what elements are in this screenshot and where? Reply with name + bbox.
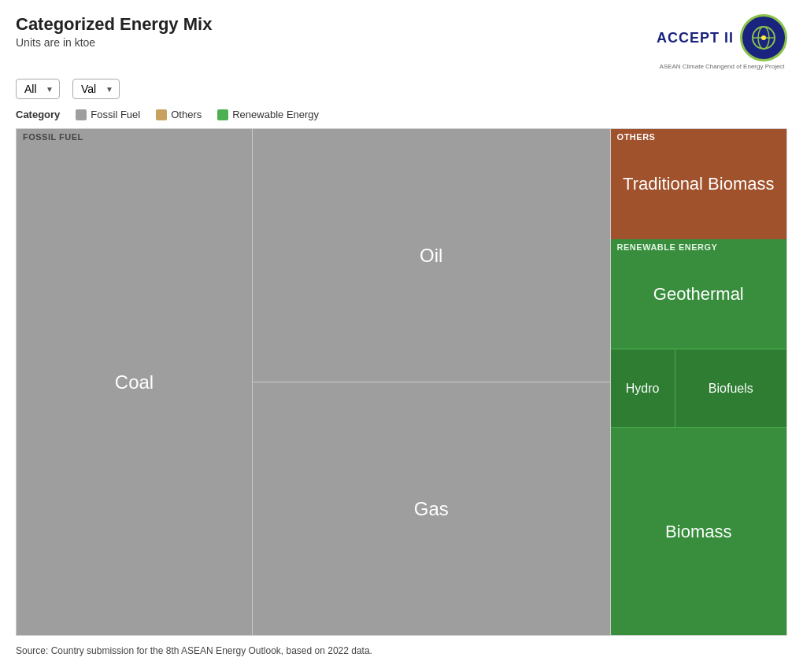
filter2-wrapper[interactable]: Val ▼ — [72, 79, 120, 99]
others-section-label: OTHERS — [617, 132, 656, 142]
hydro-biofuels-row: Hydro Biofuels — [611, 349, 786, 428]
logo-text: ACCEPT II — [657, 30, 734, 46]
renewable-section: RENEWABLE ENERGY Geothermal Hydro Biofue… — [611, 239, 786, 635]
header-left: Categorized Energy Mix Units are in ktoe — [16, 14, 212, 49]
coal-label: Coal — [115, 371, 154, 393]
legend-others-label: Others — [171, 109, 202, 120]
traditional-biomass-label: Traditional Biomass — [611, 129, 786, 239]
legend-fossil-label: Fossil Fuel — [91, 109, 140, 120]
biofuels-block: Biofuels — [675, 349, 786, 427]
renewable-section-label: RENEWABLE ENERGY — [617, 242, 718, 252]
geothermal-block: Geothermal — [611, 239, 786, 349]
legend-renewable-label: Renewable Energy — [232, 109, 319, 120]
legend: Category Fossil Fuel Others Renewable En… — [0, 105, 803, 128]
logo-subtitle: ASEAN Climate Changend of Energy Project — [659, 63, 784, 71]
fossil-inner: Coal Oil Gas — [17, 129, 610, 635]
page-title: Categorized Energy Mix — [16, 14, 212, 35]
others-color-dot — [156, 109, 167, 120]
oil-gas-block: Oil Gas — [253, 129, 610, 635]
page-subtitle: Units are in ktoe — [16, 36, 212, 49]
legend-fossil-fuel: Fossil Fuel — [76, 109, 140, 120]
filter2-select[interactable]: Val — [72, 79, 120, 99]
controls-bar: All ▼ Val ▼ — [0, 79, 803, 105]
hydro-label: Hydro — [626, 382, 660, 396]
page-header: Categorized Energy Mix Units are in ktoe… — [0, 0, 803, 79]
fossil-fuel-section: FOSSIL FUEL Coal Oil Gas — [17, 129, 611, 635]
coal-block: Coal — [17, 129, 253, 635]
oil-label: Oil — [420, 245, 442, 267]
right-section: OTHERS Traditional Biomass RENEWABLE ENE… — [611, 129, 786, 635]
legend-title: Category — [16, 109, 60, 120]
biomass-label: Biomass — [665, 522, 731, 542]
filter1-wrapper[interactable]: All ▼ — [16, 79, 60, 99]
biofuels-label: Biofuels — [709, 382, 753, 396]
gas-label: Gas — [414, 498, 449, 520]
source-text: Source: Country submission for the 8th A… — [0, 636, 803, 666]
others-section: OTHERS Traditional Biomass — [611, 129, 786, 239]
chart-area: FOSSIL FUEL Coal Oil Gas OTHERS Traditio… — [16, 128, 787, 636]
legend-others: Others — [156, 109, 202, 120]
filter1-select[interactable]: All — [16, 79, 60, 99]
logo-circle — [740, 14, 787, 61]
legend-renewable: Renewable Energy — [217, 109, 319, 120]
biomass-block: Biomass — [611, 428, 786, 635]
hydro-block: Hydro — [611, 349, 675, 427]
oil-block: Oil — [253, 129, 610, 382]
renewable-color-dot — [217, 109, 228, 120]
geothermal-label: Geothermal — [653, 284, 744, 305]
fossil-fuel-label: FOSSIL FUEL — [23, 132, 83, 142]
gas-block: Gas — [253, 382, 610, 635]
logo: ACCEPT II ASEAN Climate Changend of Ener… — [657, 14, 787, 71]
fossil-fuel-color-dot — [76, 109, 87, 120]
svg-point-4 — [761, 35, 766, 40]
